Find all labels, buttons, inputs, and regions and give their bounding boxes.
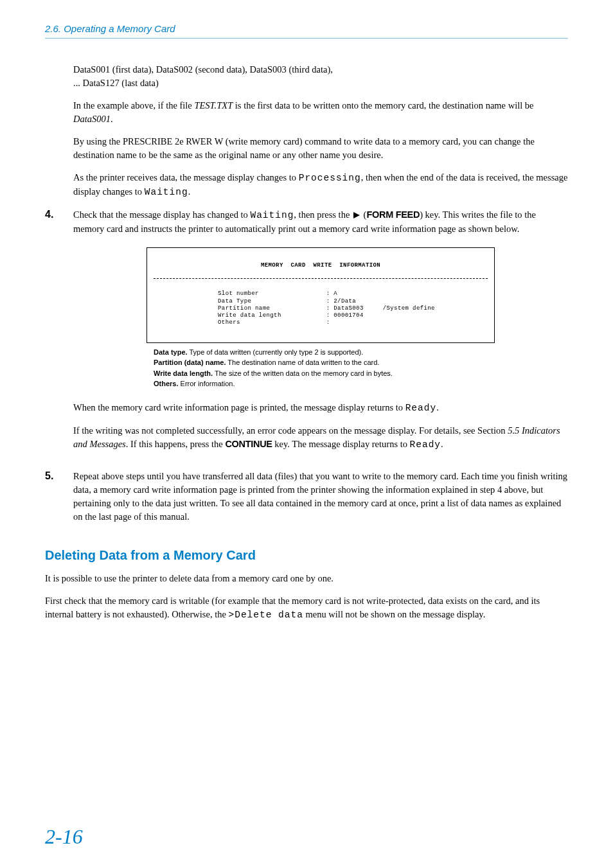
printout-value: : 2/Data	[326, 298, 364, 305]
printout-extra	[383, 290, 435, 297]
error-text-a: If the writing was not completed success…	[73, 425, 508, 436]
printout-divider	[154, 278, 488, 279]
error-text-b: . If this happens, press the	[126, 439, 226, 449]
processing-display: Processing	[299, 173, 361, 183]
page-number-text: 2-16	[45, 825, 83, 848]
printout-extra	[383, 312, 435, 319]
printout-label: Others	[218, 319, 281, 326]
error-text-c: key. The message display returns to	[272, 439, 410, 449]
after-print-text-b: .	[436, 402, 439, 412]
prescribe-text: By using the PRESCRIBE 2e RWER W (write …	[73, 136, 535, 160]
prescribe-paragraph: By using the PRESCRIBE 2e RWER W (write …	[73, 135, 568, 162]
ready-display-2: Ready	[410, 439, 441, 450]
intro-line1-text: DataS001 (first data), DataS002 (second …	[73, 64, 333, 75]
example-text-a: In the example above, if the file	[73, 100, 194, 111]
printout-row-partition-name: Partition name: DataS003/System define	[218, 305, 435, 312]
error-text-d: .	[441, 439, 443, 449]
legend-row-write-data-length: Write data length. The size of the writt…	[154, 368, 488, 379]
printout-title: MEMORY CARD WRITE INFORMATION	[154, 262, 488, 269]
printout-label: Partition name	[218, 305, 281, 312]
example-filename: TEST.TXT	[194, 100, 233, 111]
step4-text-b: , then press the	[294, 209, 352, 220]
legend-row-others: Others. Error information.	[154, 378, 488, 389]
printout-label: Write data length	[218, 312, 281, 319]
example-paragraph: In the example above, if the file TEST.T…	[73, 99, 568, 126]
intro-line1: DataS001 (first data), DataS002 (second …	[73, 63, 568, 76]
printout-row-others: Others:	[218, 319, 435, 326]
right-triangle-icon	[353, 212, 360, 218]
step-5: 5. Repeat above steps until you have tra…	[45, 470, 568, 533]
step-4-number: 4.	[45, 209, 73, 220]
delete-p2: First check that the memory card is writ…	[45, 594, 568, 622]
delete-p1: It is possible to use the printer to del…	[45, 572, 568, 585]
step5-text: Repeat above steps until you have transf…	[73, 471, 567, 522]
waiting-display-1: Waiting	[145, 187, 188, 197]
continue-key: CONTINUE	[225, 439, 272, 449]
receives-text-a: As the printer receives data, the messag…	[73, 172, 299, 182]
delete-heading: Deleting Data from a Memory Card	[45, 548, 568, 563]
printout-row-slot-number: Slot number: A	[218, 290, 435, 297]
printout-value: :	[326, 319, 364, 326]
delete-p2-text-b: menu will not be shown on the message di…	[303, 609, 485, 619]
step-4: 4. Check that the message display has ch…	[45, 208, 568, 461]
intro-line2: ... DataS127 (last data)	[73, 76, 568, 90]
printout-row-data-type: Data Type: 2/Data	[218, 298, 435, 305]
legend-row-data-type: Data type. Type of data written (current…	[154, 347, 488, 358]
page-number: 2-16	[45, 825, 83, 849]
step-5-number: 5.	[45, 470, 73, 482]
legend-text: The size of the written data on the memo…	[213, 369, 393, 377]
printout-label: Data Type	[218, 298, 281, 305]
step-5-paragraph: Repeat above steps until you have transf…	[73, 470, 568, 524]
printout-extra	[383, 298, 435, 305]
delete-heading-text: Deleting Data from a Memory Card	[45, 548, 256, 562]
legend-row-partition-name: Partition (data) name. The destination n…	[154, 357, 488, 368]
form-feed-key: FORM FEED	[366, 209, 420, 220]
waiting-display-2: Waiting	[250, 210, 294, 220]
printout-table: Slot number: A Data Type: 2/Data Partiti…	[206, 290, 435, 326]
printout-row-write-data-length: Write data length: 00001704	[218, 312, 435, 319]
legend-text: Type of data written (currently only typ…	[188, 348, 364, 356]
printout-value: : DataS003	[326, 305, 364, 312]
printout-extra: /System define	[383, 305, 435, 312]
section-header-text: 2.6. Operating a Memory Card	[45, 23, 175, 34]
intro-line2-text: ... DataS127 (last data)	[73, 78, 159, 88]
legend-label: Partition (data) name.	[154, 359, 226, 366]
receives-text-c: .	[188, 186, 191, 197]
printout-legend: Data type. Type of data written (current…	[154, 347, 488, 389]
legend-text: Error information.	[179, 380, 235, 387]
after-print-paragraph: When the memory card write information p…	[73, 401, 568, 415]
step-4-paragraph: Check that the message display has chang…	[73, 208, 568, 236]
ready-display-1: Ready	[405, 403, 437, 413]
printout-box: MEMORY CARD WRITE INFORMATION Slot numbe…	[147, 247, 495, 343]
error-paragraph: If the writing was not completed success…	[73, 424, 568, 452]
delete-p1-text: It is possible to use the printer to del…	[45, 573, 333, 583]
delete-data-command: >Delete data	[228, 610, 303, 620]
example-destname: DataS001	[73, 114, 111, 124]
printout-extra	[383, 319, 435, 326]
printout-value: : 00001704	[326, 312, 364, 319]
example-text-b: is the first data to be written onto the…	[233, 100, 533, 111]
legend-label: Data type.	[154, 348, 188, 356]
after-print-text-a: When the memory card write information p…	[73, 402, 405, 412]
step4-text-a: Check that the message display has chang…	[73, 209, 250, 220]
example-text-c: .	[111, 114, 113, 124]
section-header: 2.6. Operating a Memory Card	[45, 23, 568, 39]
legend-label: Write data length.	[154, 369, 213, 377]
receives-paragraph: As the printer receives data, the messag…	[73, 171, 568, 199]
printout-label: Slot number	[218, 290, 281, 297]
printout-value: : A	[326, 290, 364, 297]
legend-text: The destination name of data written to …	[226, 359, 379, 366]
legend-label: Others.	[154, 380, 179, 387]
